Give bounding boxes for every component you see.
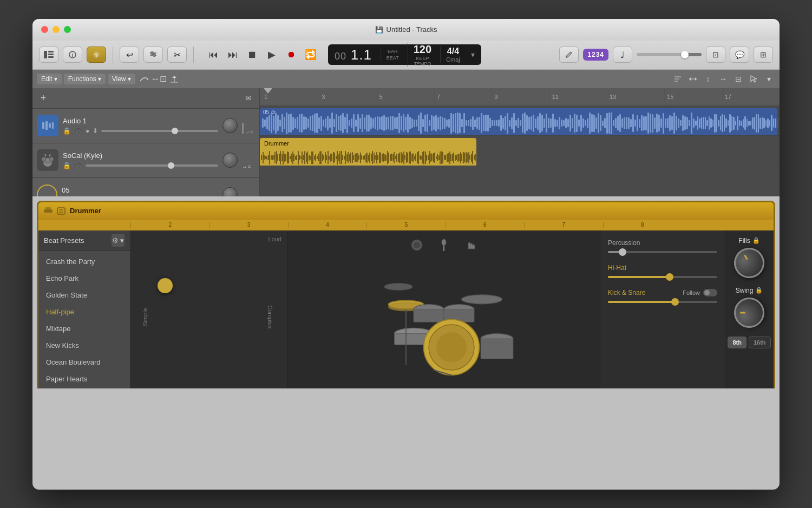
download-button[interactable]: ⬇	[93, 127, 98, 135]
purple-count-button[interactable]: 1234	[583, 49, 608, 61]
bottom-section: Drummer 2 3 4 5 6 7 8	[32, 196, 780, 388]
solo-button[interactable]: 🎧	[74, 162, 82, 169]
stop-button[interactable]: ⏹	[244, 47, 261, 63]
view-menu-button[interactable]: View ▾	[108, 74, 135, 84]
preset-item[interactable]: Paper Hearts	[38, 371, 130, 387]
zoom-icon[interactable]: ↕	[702, 72, 715, 85]
percussion-thumb[interactable]	[619, 248, 626, 256]
view-toggle-1[interactable]: ⊡	[706, 47, 725, 63]
cycle-button[interactable]: 🔁	[302, 47, 319, 63]
functions-menu-button[interactable]: Functions ▾	[64, 74, 106, 84]
volume-thumb[interactable]	[681, 51, 689, 58]
tempo-expand-button[interactable]: ▾	[471, 50, 475, 59]
fit-icon[interactable]	[686, 72, 699, 85]
add-track-button[interactable]: +	[37, 91, 50, 104]
beat-8th-button[interactable]: 8th	[728, 337, 746, 348]
cursor-select[interactable]	[747, 72, 760, 85]
fills-knob[interactable]	[729, 242, 770, 283]
sort-icon[interactable]	[671, 72, 684, 85]
zoom-h-icon[interactable]: ↔	[717, 72, 730, 85]
play-button[interactable]: ▶	[263, 47, 280, 63]
track-volume-thumb[interactable]	[172, 128, 178, 134]
track-volume-slider[interactable]	[101, 130, 218, 132]
zoom-level[interactable]: ⊟	[732, 72, 745, 85]
edit-menu-button[interactable]: Edit ▾	[37, 74, 62, 84]
waveform-bar	[699, 118, 700, 128]
beat-16th-button[interactable]: 16th	[749, 337, 771, 348]
mute-button[interactable]: 🔒	[63, 162, 71, 169]
separator2	[193, 47, 194, 63]
toolbar-right: 1234 ♩ ⊡ 💬 ⊞	[559, 47, 773, 63]
kicksnare-slider[interactable]	[608, 301, 717, 303]
timeline-ruler: 1 3 5 7 9 11 13 15 17	[260, 88, 780, 106]
track-headers: + ✉ Audio 1 🔒 🎧	[32, 88, 260, 196]
gear-button[interactable]: ⚙ ▾	[112, 234, 125, 247]
kicksnare-thumb[interactable]	[671, 298, 679, 306]
pad-dot[interactable]	[158, 278, 173, 293]
audio-region-label: 05 ⟳	[263, 109, 276, 115]
view-toggle-3[interactable]: ⊞	[754, 47, 773, 63]
percussion-slider[interactable]	[608, 251, 717, 253]
pencil-tool-button[interactable]	[559, 47, 579, 63]
position-display[interactable]: 00 1.1 BAR BEAT 120 KEEP TEMPO 4/4 Cmaj …	[328, 44, 481, 65]
preset-item[interactable]: Echo Park	[38, 270, 130, 287]
track-pan-knob[interactable]	[222, 187, 238, 196]
fills-lock-icon[interactable]: 🔒	[752, 237, 760, 244]
curve-tool-button[interactable]	[137, 72, 150, 85]
editbar: Edit ▾ Functions ▾ View ▾ ↔⊡ ↕ ↔ ⊟	[32, 70, 780, 88]
ruler-mark: 7	[434, 88, 492, 105]
track-info: 05 🔒 🎧 ● ⬇	[62, 186, 218, 196]
scissors-button[interactable]: ✂	[167, 47, 187, 63]
swing-lock-icon[interactable]: 🔒	[755, 287, 763, 294]
help-button[interactable]: ?	[87, 47, 106, 63]
snap-tool-button[interactable]	[168, 72, 181, 85]
stick-icon[interactable]	[436, 237, 452, 253]
library-button[interactable]	[39, 47, 58, 63]
midi-tool-button[interactable]: ↔⊡	[153, 72, 166, 85]
mixer-button[interactable]	[143, 47, 163, 63]
metronome-button[interactable]: ♩	[613, 47, 632, 63]
info-button[interactable]: i	[63, 47, 82, 63]
undo-button[interactable]: ↩	[120, 47, 139, 63]
track-volume-slider[interactable]	[86, 164, 218, 167]
mute-button[interactable]: 🔒	[63, 127, 71, 135]
maximize-button[interactable]	[64, 26, 71, 33]
xy-pad[interactable]: Loud Soft Simple Complex	[130, 230, 287, 388]
preset-item[interactable]: Golden State	[38, 287, 130, 304]
cowbell-icon[interactable]	[409, 237, 425, 253]
track-volume-thumb[interactable]	[168, 162, 174, 169]
preset-item[interactable]: New Kicks	[38, 337, 130, 354]
svg-rect-33	[45, 207, 51, 209]
preset-item[interactable]: Mixtape	[38, 320, 130, 337]
rewind-button[interactable]: ⏮	[205, 47, 222, 63]
preset-item-active[interactable]: Half-pipe	[38, 304, 130, 320]
hihat-slider[interactable]	[608, 276, 717, 278]
record-button[interactable]: ⏺	[283, 47, 300, 63]
percussion-controls: Percussion Hi-Hat	[600, 230, 725, 388]
drummer-region[interactable]: Drummer	[260, 138, 476, 166]
preset-item[interactable]: Ocean Boulevard	[38, 354, 130, 371]
hand-icon[interactable]	[463, 237, 479, 253]
swing-knob[interactable]	[734, 298, 764, 328]
dot-button[interactable]: ●	[86, 127, 89, 135]
track-header-top: + ✉	[32, 88, 259, 109]
track-row: Audio 1 🔒 🎧 ● ⬇	[32, 109, 259, 143]
track-pan-knob[interactable]	[222, 118, 238, 133]
waveform-bar	[743, 119, 744, 128]
view-toggle-2[interactable]: 💬	[730, 47, 749, 63]
percussion-label: Percussion	[608, 239, 717, 247]
track-pan-knob[interactable]	[222, 153, 238, 168]
close-button[interactable]	[41, 26, 48, 33]
hihat-thumb[interactable]	[666, 273, 673, 281]
mail-button[interactable]: ✉	[242, 91, 255, 104]
hihat-label: Hi-Hat	[608, 264, 717, 272]
forward-button[interactable]: ⏭	[224, 47, 241, 63]
audio-region[interactable]: 05 ⟳ // Generate waveform bars inline do…	[260, 108, 777, 136]
dropdown-icon[interactable]: ▾	[762, 72, 775, 85]
solo-button[interactable]: 🎧	[74, 127, 82, 135]
preset-item[interactable]: Crash the Party	[38, 253, 130, 270]
minimize-button[interactable]	[53, 26, 60, 33]
follow-toggle-switch[interactable]	[703, 289, 717, 296]
volume-slider[interactable]	[637, 53, 702, 56]
pad-label-loud: Loud	[269, 236, 281, 242]
